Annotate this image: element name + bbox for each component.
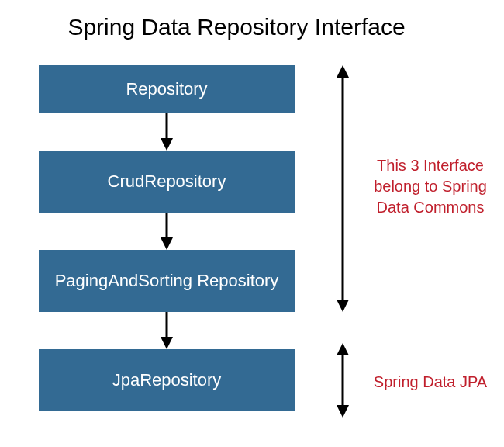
- diagram-title: Spring Data Repository Interface: [0, 0, 504, 48]
- svg-marker-8: [337, 300, 349, 312]
- svg-marker-5: [161, 337, 173, 349]
- box-crud-repository: CrudRepository: [39, 151, 295, 213]
- arrow-paging-to-jpa: [39, 312, 295, 349]
- box-repository: Repository: [39, 65, 295, 113]
- diagram-container: Repository CrudRepository PagingAndSorti…: [39, 65, 504, 411]
- arrow-repository-to-crud: [39, 113, 295, 151]
- bracket-commons: [333, 65, 352, 315]
- arrow-crud-to-paging: [39, 213, 295, 250]
- svg-marker-11: [337, 405, 349, 418]
- svg-marker-1: [161, 138, 173, 151]
- annotation-jpa: Spring Data JPA: [364, 372, 496, 393]
- bracket-jpa: [333, 343, 352, 421]
- svg-marker-7: [337, 65, 349, 78]
- box-jpa-repository: JpaRepository: [39, 349, 295, 411]
- box-paging-sorting-repository: PagingAndSorting Repository: [39, 250, 295, 312]
- annotation-commons: This 3 Interface belong to Spring Data C…: [364, 155, 496, 218]
- svg-marker-3: [161, 237, 173, 250]
- svg-marker-10: [337, 343, 349, 355]
